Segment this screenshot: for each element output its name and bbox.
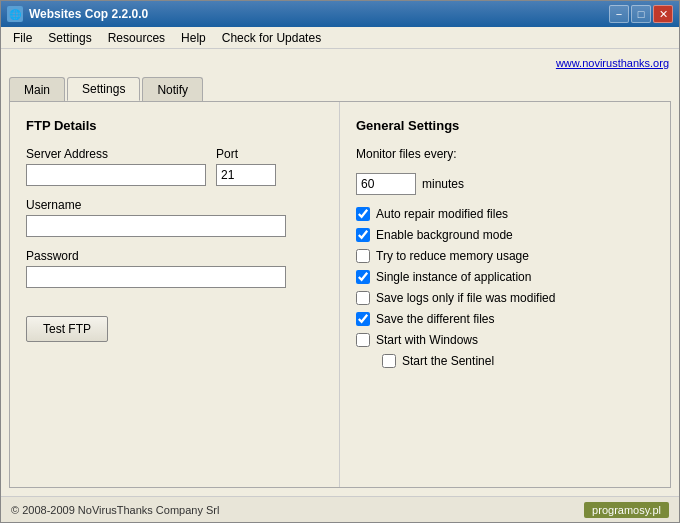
port-label: Port: [216, 147, 276, 161]
checkbox-save-different-input[interactable]: [356, 312, 370, 326]
checkbox-save-logs-label: Save logs only if file was modified: [376, 291, 555, 305]
username-label: Username: [26, 198, 323, 212]
checkbox-save-logs-input[interactable]: [356, 291, 370, 305]
checkbox-save-different: Save the different files: [356, 312, 654, 326]
menu-settings[interactable]: Settings: [40, 29, 99, 47]
tab-settings[interactable]: Settings: [67, 77, 140, 101]
tab-notify[interactable]: Notify: [142, 77, 203, 101]
checkbox-reduce-memory-input[interactable]: [356, 249, 370, 263]
checkbox-auto-repair-label: Auto repair modified files: [376, 207, 508, 221]
checkbox-single-instance-label: Single instance of application: [376, 270, 531, 284]
checkbox-single-instance-input[interactable]: [356, 270, 370, 284]
checkbox-background-mode-label: Enable background mode: [376, 228, 513, 242]
window-title: Websites Cop 2.2.0.0: [29, 7, 148, 21]
content-area: FTP Details Server Address Port Username…: [9, 101, 671, 488]
minutes-label: minutes: [422, 177, 464, 191]
checkbox-reduce-memory-label: Try to reduce memory usage: [376, 249, 529, 263]
port-col: Port: [216, 147, 276, 186]
checkbox-auto-repair-input[interactable]: [356, 207, 370, 221]
header-link-bar: www.novirusthanks.org: [1, 49, 679, 77]
menu-resources[interactable]: Resources: [100, 29, 173, 47]
monitor-row: Monitor files every:: [356, 147, 654, 161]
checkbox-auto-repair: Auto repair modified files: [356, 207, 654, 221]
checkbox-start-sentinel-input[interactable]: [382, 354, 396, 368]
app-icon: 🌐: [7, 6, 23, 22]
monitor-interval-input[interactable]: [356, 173, 416, 195]
port-input[interactable]: [216, 164, 276, 186]
close-button[interactable]: ✕: [653, 5, 673, 23]
server-label: Server Address: [26, 147, 206, 161]
tab-main[interactable]: Main: [9, 77, 65, 101]
checkbox-background-mode-input[interactable]: [356, 228, 370, 242]
checkbox-background-mode: Enable background mode: [356, 228, 654, 242]
server-input[interactable]: [26, 164, 206, 186]
footer: © 2008-2009 NoVirusThanks Company Srl pr…: [1, 496, 679, 522]
maximize-button[interactable]: □: [631, 5, 651, 23]
minimize-button[interactable]: −: [609, 5, 629, 23]
username-input[interactable]: [26, 215, 286, 237]
checkbox-save-logs: Save logs only if file was modified: [356, 291, 654, 305]
checkbox-start-sentinel-label: Start the Sentinel: [402, 354, 494, 368]
checkbox-start-windows: Start with Windows: [356, 333, 654, 347]
programosy-badge: programosy.pl: [584, 502, 669, 518]
general-settings-panel: General Settings Monitor files every: mi…: [340, 102, 670, 487]
checkbox-start-windows-input[interactable]: [356, 333, 370, 347]
test-ftp-button[interactable]: Test FTP: [26, 316, 108, 342]
checkbox-reduce-memory: Try to reduce memory usage: [356, 249, 654, 263]
main-window: 🌐 Websites Cop 2.2.0.0 − □ ✕ File Settin…: [0, 0, 680, 523]
tabs-bar: Main Settings Notify: [1, 77, 679, 101]
checkbox-start-sentinel: Start the Sentinel: [382, 354, 654, 368]
checkbox-single-instance: Single instance of application: [356, 270, 654, 284]
password-group: Password: [26, 249, 323, 288]
menu-check-updates[interactable]: Check for Updates: [214, 29, 329, 47]
website-link[interactable]: www.novirusthanks.org: [556, 57, 669, 69]
copyright-text: © 2008-2009 NoVirusThanks Company Srl: [11, 504, 219, 516]
menubar: File Settings Resources Help Check for U…: [1, 27, 679, 49]
general-settings-title: General Settings: [356, 118, 654, 133]
password-input[interactable]: [26, 266, 286, 288]
checkbox-start-windows-label: Start with Windows: [376, 333, 478, 347]
server-col: Server Address: [26, 147, 206, 186]
menu-file[interactable]: File: [5, 29, 40, 47]
ftp-panel-title: FTP Details: [26, 118, 323, 133]
monitor-input-row: minutes: [356, 173, 654, 195]
ftp-panel: FTP Details Server Address Port Username…: [10, 102, 340, 487]
monitor-label: Monitor files every:: [356, 147, 457, 161]
username-group: Username: [26, 198, 323, 237]
titlebar-left: 🌐 Websites Cop 2.2.0.0: [7, 6, 148, 22]
titlebar: 🌐 Websites Cop 2.2.0.0 − □ ✕: [1, 1, 679, 27]
server-port-row: Server Address Port: [26, 147, 323, 186]
titlebar-controls: − □ ✕: [609, 5, 673, 23]
password-label: Password: [26, 249, 323, 263]
checkbox-save-different-label: Save the different files: [376, 312, 495, 326]
menu-help[interactable]: Help: [173, 29, 214, 47]
